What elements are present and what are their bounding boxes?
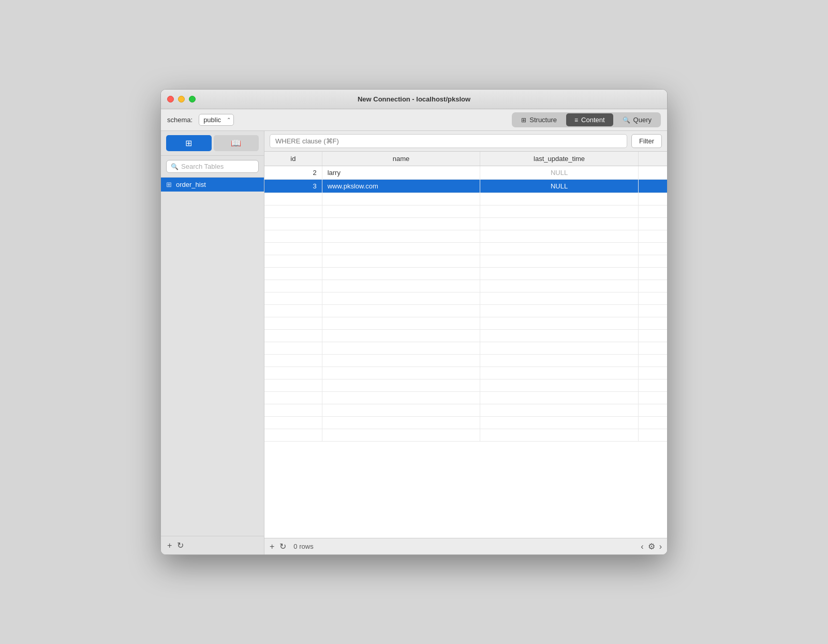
search-area: 🔍 [161, 156, 264, 178]
table-row [264, 230, 667, 243]
where-input[interactable] [270, 134, 627, 148]
table-list: ⊞ order_hist [161, 178, 264, 536]
view-tab-group: ⊞ Structure ≡ Content 🔍 Query [512, 112, 661, 127]
query-icon: 🔍 [623, 116, 630, 124]
settings-button[interactable]: ⚙ [648, 541, 655, 551]
add-row-button[interactable]: + [270, 542, 274, 551]
refresh-data-button[interactable]: ↻ [279, 541, 286, 551]
table-row [264, 292, 667, 305]
content-area: Filter id name last_update_time [264, 131, 667, 554]
data-table-wrapper: id name last_update_time 2 larry NULL [264, 152, 667, 538]
table-row [264, 268, 667, 280]
cell-name: larry [322, 166, 480, 180]
filter-bar: Filter [264, 131, 667, 152]
sidebar-tab-group: ⊞ 📖 [161, 131, 264, 156]
cell-id: 2 [264, 166, 322, 180]
sidebar-tab-book[interactable]: 📖 [214, 135, 259, 151]
refresh-tables-button[interactable]: ↻ [177, 540, 184, 550]
table-row [264, 330, 667, 342]
content-icon: ≡ [574, 116, 578, 124]
table-row [264, 367, 667, 379]
table-row [264, 379, 667, 392]
table-row [264, 342, 667, 355]
col-header-id: id [264, 152, 322, 166]
sidebar: ⊞ 📖 🔍 ⊞ order_hist + ↻ [161, 131, 264, 554]
cell-extra [638, 166, 667, 180]
main-window: New Connection - localhost/pkslow schema… [160, 89, 668, 555]
grid-icon: ⊞ [185, 138, 192, 148]
rows-count: 0 rows [293, 543, 313, 550]
col-header-extra [638, 152, 667, 166]
table-header-row: id name last_update_time [264, 152, 667, 166]
sidebar-tab-grid[interactable]: ⊞ [166, 135, 212, 151]
table-row [264, 280, 667, 292]
sidebar-footer: + ↻ [161, 536, 264, 554]
cell-last-update: NULL [480, 180, 639, 193]
prev-page-button[interactable]: ‹ [641, 542, 643, 551]
cell-extra [638, 180, 667, 193]
cell-last-update: NULL [480, 166, 639, 180]
data-table: id name last_update_time 2 larry NULL [264, 152, 667, 442]
schema-wrapper: public ⌃ [199, 114, 234, 126]
main-layout: ⊞ 📖 🔍 ⊞ order_hist + ↻ [161, 131, 667, 554]
schema-select[interactable]: public [199, 114, 234, 126]
table-row[interactable]: 2 larry NULL [264, 166, 667, 180]
table-row [264, 305, 667, 317]
schema-label: schema: [167, 116, 193, 124]
book-icon: 📖 [231, 138, 241, 148]
structure-icon: ⊞ [521, 116, 526, 124]
footer-right: ‹ ⚙ › [641, 541, 662, 551]
table-row [264, 206, 667, 218]
table-grid-icon: ⊞ [166, 181, 172, 188]
col-header-last-update: last_update_time [480, 152, 639, 166]
next-page-button[interactable]: › [659, 542, 662, 551]
table-row [264, 218, 667, 230]
table-row [264, 243, 667, 255]
cell-name: www.pkslow.com [322, 180, 480, 193]
table-row [264, 404, 667, 417]
traffic-lights [167, 96, 196, 103]
table-row [264, 317, 667, 330]
table-row [264, 429, 667, 442]
filter-button[interactable]: Filter [631, 134, 662, 148]
tab-structure[interactable]: ⊞ Structure [513, 113, 565, 126]
table-name-label: order_hist [176, 181, 206, 188]
close-button[interactable] [167, 96, 174, 103]
table-row[interactable]: 3 www.pkslow.com NULL [264, 180, 667, 193]
table-row [264, 417, 667, 429]
window-title: New Connection - localhost/pkslow [358, 95, 470, 103]
table-row [264, 355, 667, 367]
maximize-button[interactable] [189, 96, 196, 103]
table-row [264, 392, 667, 404]
table-row [264, 193, 667, 206]
table-item-order-hist[interactable]: ⊞ order_hist [161, 178, 264, 192]
add-table-button[interactable]: + [167, 540, 172, 550]
table-row [264, 255, 667, 268]
cell-id: 3 [264, 180, 322, 193]
minimize-button[interactable] [178, 96, 185, 103]
search-container: 🔍 [166, 160, 259, 173]
content-footer: + ↻ 0 rows ‹ ⚙ › [264, 538, 667, 554]
titlebar: New Connection - localhost/pkslow [161, 90, 667, 109]
search-input[interactable] [181, 163, 254, 170]
tab-content[interactable]: ≡ Content [566, 113, 613, 126]
toolbar: schema: public ⌃ ⊞ Structure ≡ Content 🔍… [161, 109, 667, 131]
tab-query[interactable]: 🔍 Query [614, 113, 660, 126]
col-header-name: name [322, 152, 480, 166]
search-icon: 🔍 [171, 163, 179, 170]
